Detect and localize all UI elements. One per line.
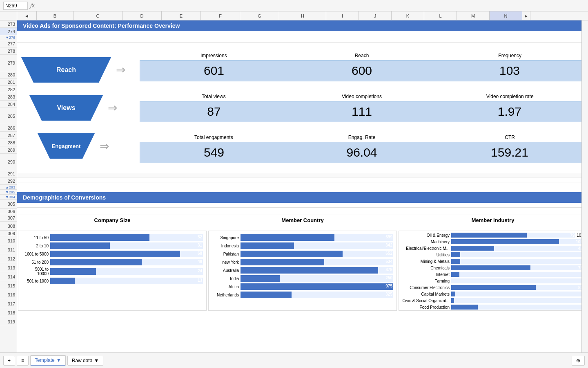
tab-raw-data-label: Raw data	[72, 358, 93, 364]
bar-row-1001-5000: 1001 to 5000 68	[22, 251, 203, 257]
row-308: 308	[0, 222, 17, 231]
bar-fill-2-10	[50, 242, 110, 249]
bar-row-electrical: Electrical/Electronic M... 42	[402, 246, 584, 251]
bar-fill-chemicals	[451, 265, 530, 270]
reach-metric-values: 601 600 103	[140, 60, 584, 81]
bar-label-2-10: 2 to 10	[22, 244, 50, 248]
funnel-reach-shape: Reach	[21, 57, 111, 83]
company-size-chart: 11 to 50 52 2 to 10 31	[18, 231, 207, 311]
bar-container-indonesia: 342	[241, 242, 393, 249]
bar-label-mining: Mining & Metals	[402, 259, 451, 264]
ctr-header: CTR	[436, 135, 584, 140]
bar-row-capital-markets: Capital Markets 4	[402, 292, 584, 296]
bar-label-australia: Australia	[212, 268, 241, 273]
bar-fill-civic	[451, 298, 454, 303]
col-header-arrow-right: ►	[522, 11, 530, 20]
views-arrow: ⇒	[108, 101, 117, 114]
col-header-f[interactable]: F	[201, 11, 240, 20]
bar-fill-australia	[241, 267, 378, 274]
bar-container-501-1000: 13	[50, 278, 203, 284]
explore-icon: ⊕	[576, 358, 580, 364]
bar-value-india: 250	[385, 276, 392, 280]
bar-fill-pakistan	[241, 251, 343, 257]
col-header-l[interactable]: L	[424, 11, 457, 20]
row-309: 309	[0, 231, 17, 236]
bar-row-farming: Farming 0	[402, 278, 584, 283]
col-header-e[interactable]: E	[162, 11, 201, 20]
col-header-j[interactable]: J	[359, 11, 392, 20]
total-views-header: Total views	[140, 94, 288, 99]
bar-fill-mining	[451, 259, 460, 264]
bar-label-singapore: Singapore	[212, 236, 241, 240]
sheets-menu-button[interactable]: ≡	[17, 356, 29, 366]
bar-row-501-1000: 501 to 1000 13	[22, 278, 203, 284]
col-header-d[interactable]: D	[122, 11, 162, 20]
row-282: 282	[0, 86, 17, 93]
bar-value-indonesia: 342	[385, 243, 392, 247]
total-engagements-header: Total engagments	[140, 135, 288, 140]
col-header-m[interactable]: M	[457, 11, 490, 20]
row-273: 273	[0, 20, 17, 28]
bar-value-oil-energy: 79	[570, 233, 575, 238]
bar-row-indonesia: Indonesia 342	[212, 242, 393, 249]
bar-row-mining: Mining & Metals 9	[402, 259, 584, 264]
cell-reference[interactable]	[3, 2, 28, 10]
bar-fill-51-200	[50, 259, 142, 265]
add-sheet-button[interactable]: +	[3, 356, 15, 366]
bar-fill-food-production	[451, 305, 478, 310]
spacer-304	[17, 187, 588, 192]
tab-raw-data[interactable]: Raw data ▼	[67, 356, 104, 366]
bar-fill-indonesia	[241, 242, 294, 249]
spacer-307	[17, 208, 588, 215]
bar-label-internet: Internet	[402, 272, 451, 277]
row-318: 318	[0, 308, 17, 317]
bar-label-machinery: Machinery	[402, 240, 451, 244]
bar-label-new-york: new York	[212, 260, 241, 265]
tab-template-label: Template	[35, 357, 55, 363]
bar-container-internet: 8	[451, 272, 584, 277]
row-292: 292	[0, 177, 17, 185]
bar-container-consumer-electronics: 83	[451, 285, 584, 290]
member-country-chart: Singapore 599 Indonesia 342	[208, 231, 397, 311]
bar-fill-11-50	[50, 234, 149, 241]
col-header-c[interactable]: C	[74, 11, 122, 20]
reach-value: 600	[288, 64, 436, 78]
bar-fill-consumer-electronics	[451, 285, 536, 290]
row-293: ▲293	[0, 185, 17, 190]
bar-row-chemicals: Chemicals 78	[402, 265, 584, 270]
col-header-k[interactable]: K	[392, 11, 424, 20]
bar-value-501-1000: 13	[198, 278, 202, 283]
bar-fill-internet	[451, 272, 459, 277]
bar-label-1001-5000: 1001 to 5000	[22, 252, 50, 256]
bar-container-mining: 9	[451, 259, 584, 264]
col-header-arrow: ◄	[17, 11, 37, 20]
bar-row-consumer-electronics: Consumer Electronics 83	[402, 285, 584, 290]
bar-value-2-10: 31	[198, 243, 202, 247]
bar-label-chemicals: Chemicals	[402, 266, 451, 270]
scroll-bar-right[interactable]	[581, 20, 588, 352]
row-288: 288	[0, 139, 17, 146]
bar-container-51-200: 48	[50, 259, 203, 265]
bar-row-singapore: Singapore 599	[212, 234, 393, 241]
col-header-n[interactable]: N	[490, 11, 522, 20]
row-316: 316	[0, 290, 17, 299]
row-286: 286	[0, 124, 17, 132]
col-header-i[interactable]: I	[326, 11, 359, 20]
col-header-b[interactable]: B	[37, 11, 74, 20]
row-289: 289	[0, 146, 17, 154]
bar-row-11-50: 11 to 50 52	[22, 234, 203, 241]
reach-metric-headers: Impressions Reach Frequency	[140, 53, 584, 58]
col-header-g[interactable]: G	[240, 11, 279, 20]
col-header-h[interactable]: H	[279, 11, 326, 20]
bar-label-11-50: 11 to 50	[22, 236, 50, 240]
row-305: 305	[0, 200, 17, 209]
bar-fill-utilities	[451, 252, 460, 257]
bar-label-501-1000: 501 to 1000	[22, 279, 50, 283]
tab-template[interactable]: Template ▼	[30, 355, 66, 366]
bar-container-oil-energy: 79	[451, 233, 575, 238]
explore-button[interactable]: ⊕	[572, 356, 585, 366]
bar-label-electrical: Electrical/Electronic M...	[402, 246, 451, 251]
row-287: 287	[0, 132, 17, 139]
spacer-276	[17, 31, 588, 35]
funnel-shapes-col: Reach ⇒ Views ⇒	[17, 43, 140, 173]
